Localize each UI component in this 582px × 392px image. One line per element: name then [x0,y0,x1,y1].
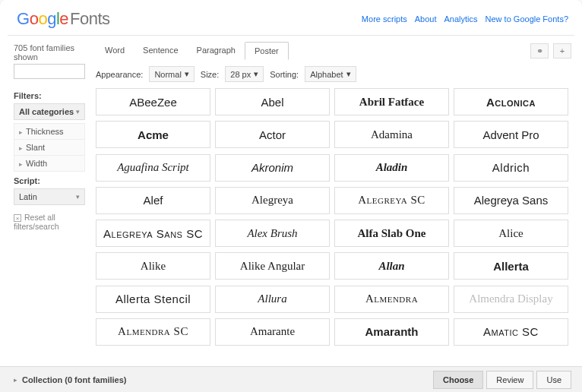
script-select[interactable]: Latin ▾ [14,188,85,205]
category-value: All categories [19,107,74,116]
sorting-select[interactable]: Alphabet▾ [305,66,356,82]
font-card[interactable]: Amaranth [334,318,449,346]
search-input[interactable] [14,64,85,79]
filter-row[interactable]: ▸Slant [14,140,84,156]
font-card[interactable]: Amatic SC [454,318,568,346]
category-select[interactable]: All categories ▾ [14,103,85,120]
font-card[interactable]: Actor [215,121,330,148]
font-card[interactable]: Allerta [454,252,568,280]
font-card[interactable]: Alegreya Sans SC [96,220,210,247]
font-card[interactable]: Akronim [215,154,330,182]
review-button[interactable]: Review [486,371,533,389]
sorting-label: Sorting: [270,70,299,79]
font-card[interactable]: Alike Angular [215,252,330,280]
choose-button[interactable]: Choose [433,371,483,389]
font-card[interactable]: Aladin [334,154,449,182]
font-grid: ABeeZeeAbelAbril FatfaceAclonicaAcmeActo… [96,88,571,346]
font-card[interactable]: Alfa Slab One [334,220,449,247]
filter-row[interactable]: ▸Width [14,156,84,171]
controls-row: Appearance: Normal▾ Size: 28 px▾ Sorting… [96,66,571,82]
font-card[interactable]: Alex Brush [215,220,330,247]
font-card[interactable]: Alike [96,252,210,280]
script-heading: Script: [14,176,85,185]
reset-filters[interactable]: ×Reset all filters/search [14,213,85,231]
tabs: WordSentenceParagraphPoster ⚭ + [96,42,571,60]
filter-row[interactable]: ▸Thickness [14,124,84,140]
size-label: Size: [201,70,219,79]
font-card[interactable]: Adamina [334,121,449,148]
header-link[interactable]: New to Google Fonts? [486,14,568,24]
chevron-right-icon: ▸ [14,376,17,384]
add-icon[interactable]: + [553,43,571,58]
font-card[interactable]: Aguafina Script [96,154,210,182]
header-link[interactable]: Analytics [444,14,478,24]
collection-label[interactable]: Collection (0 font families) [22,375,127,384]
font-card[interactable]: Alice [454,220,568,247]
script-value: Latin [19,192,37,201]
size-select[interactable]: 28 px▾ [225,66,264,82]
sidebar: 705 font families shown Filters: All cat… [0,36,91,362]
font-card[interactable]: Aclonica [454,88,568,115]
header-link[interactable]: More scripts [362,14,407,24]
header: GoogleFonts More scriptsAboutAnalyticsNe… [0,0,582,35]
tab-word[interactable]: Word [96,42,134,60]
font-card[interactable]: Abel [215,88,330,115]
font-card[interactable]: Acme [96,121,210,148]
header-link[interactable]: About [415,14,437,24]
header-links: More scriptsAboutAnalyticsNew to Google … [354,14,568,24]
appearance-select[interactable]: Normal▾ [149,66,194,82]
tab-paragraph[interactable]: Paragraph [188,42,245,60]
font-card[interactable]: Alef [96,187,210,214]
logo: GoogleFonts [17,9,110,29]
font-card[interactable]: ABeeZee [96,88,210,115]
appearance-label: Appearance: [96,70,143,79]
close-icon: × [14,214,21,222]
font-card[interactable]: Advent Pro [454,121,568,148]
font-card[interactable]: Almendra [334,286,449,313]
font-count: 705 font families shown [14,43,85,62]
footer: ▸ Collection (0 font families) Choose Re… [0,366,582,392]
font-card[interactable]: Almendra SC [96,318,210,346]
chevron-down-icon: ▾ [76,193,80,201]
main: WordSentenceParagraphPoster ⚭ + Appearan… [91,36,582,362]
filters-heading: Filters: [14,91,85,100]
use-button[interactable]: Use [536,371,571,389]
link-icon[interactable]: ⚭ [530,43,549,58]
font-card[interactable]: Allerta Stencil [96,286,210,313]
font-card[interactable]: Allura [215,286,330,313]
font-card[interactable]: Aldrich [454,154,568,182]
font-card[interactable]: Amarante [215,318,330,346]
filter-accordion: ▸Thickness▸Slant▸Width [14,123,85,172]
font-card[interactable]: Abril Fatface [334,88,449,115]
font-card[interactable]: Almendra Display [454,286,568,313]
font-card[interactable]: Alegreya Sans [454,187,568,214]
font-card[interactable]: Alegreya SC [334,187,449,214]
chevron-down-icon: ▾ [76,108,80,115]
tab-poster[interactable]: Poster [245,42,289,60]
font-card[interactable]: Allan [334,252,449,280]
tab-sentence[interactable]: Sentence [134,42,187,60]
font-card[interactable]: Alegreya [215,187,330,214]
